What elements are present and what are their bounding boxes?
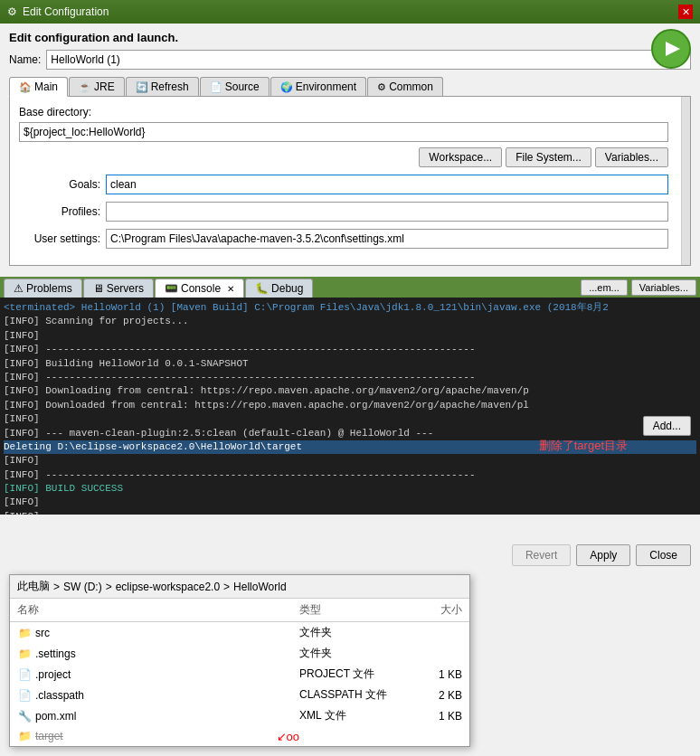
goals-label: Goals: bbox=[19, 178, 100, 191]
file-type: 文件夹 bbox=[299, 625, 408, 640]
base-dir-label: Base directory: bbox=[19, 106, 668, 118]
tab-servers[interactable]: 🖥 Servers bbox=[83, 279, 154, 298]
console-line: [INFO] bbox=[4, 496, 696, 509]
problems-icon: ⚠ bbox=[14, 282, 24, 295]
bottom-tabs: ⚠ Problems 🖥 Servers 📟 Console ✕ 🐛 Debug… bbox=[0, 277, 700, 298]
console-header-line: <terminated> HelloWorld (1) [Maven Build… bbox=[4, 301, 696, 315]
list-item[interactable]: 📄 .project PROJECT 文件 1 KB bbox=[10, 664, 469, 685]
base-dir-input[interactable] bbox=[19, 122, 668, 142]
tab-source[interactable]: 📄 Source bbox=[200, 77, 270, 96]
workspace-button[interactable]: Workspace... bbox=[419, 147, 502, 167]
list-item[interactable]: 📁 target ↙oo bbox=[10, 726, 469, 746]
col-type-header: 类型 bbox=[299, 602, 408, 618]
maven-icon: 🔧 bbox=[17, 709, 32, 723]
breadcrumb-eclipse: eclipse-workspace2.0 bbox=[116, 581, 220, 593]
name-input[interactable] bbox=[46, 50, 691, 70]
file-system-button[interactable]: File System... bbox=[506, 147, 591, 167]
profiles-row: Profiles: bbox=[19, 202, 668, 222]
user-settings-label: User settings: bbox=[19, 232, 100, 245]
file-name: .settings bbox=[35, 647, 299, 660]
servers-icon: 🖥 bbox=[93, 282, 104, 295]
file-icon: 📄 bbox=[17, 667, 32, 682]
file-name: pom.xml bbox=[35, 710, 299, 723]
file-size: 2 KB bbox=[408, 689, 462, 702]
tab-source-label: Source bbox=[225, 80, 260, 93]
console-line: [INFO] Downloaded from central: https://… bbox=[4, 399, 696, 412]
run-button[interactable] bbox=[651, 29, 691, 69]
tab-common-label: Common bbox=[389, 80, 433, 93]
delete-annotation: ↙oo bbox=[277, 730, 299, 743]
refresh-tab-icon: 🔄 bbox=[136, 81, 148, 93]
tab-main[interactable]: 🏠 Main bbox=[9, 77, 68, 97]
close-button[interactable]: Close bbox=[636, 544, 691, 566]
console-line: [INFO] bbox=[4, 329, 696, 343]
dialog-icon: ⚙ bbox=[7, 5, 17, 18]
file-name-deleted: target bbox=[35, 730, 273, 742]
base-dir-buttons: Workspace... File System... Variables... bbox=[19, 147, 668, 167]
tab-environment[interactable]: 🌍 Environment bbox=[270, 77, 366, 96]
tab-jre[interactable]: ☕ JRE bbox=[69, 77, 125, 96]
folder-icon: 📁 bbox=[17, 626, 32, 640]
user-settings-input[interactable] bbox=[106, 229, 668, 249]
console-output: <terminated> HelloWorld (1) [Maven Build… bbox=[0, 298, 700, 515]
breadcrumb-helloworld: HelloWorld bbox=[233, 581, 286, 593]
breadcrumb-sw: SW (D:) bbox=[63, 581, 102, 593]
console-section: ⚠ Problems 🖥 Servers 📟 Console ✕ 🐛 Debug… bbox=[0, 277, 700, 515]
tab-common[interactable]: ⚙ Common bbox=[367, 77, 443, 96]
console-close-icon[interactable]: ✕ bbox=[227, 284, 234, 294]
console-line: [INFO] bbox=[4, 454, 696, 468]
console-action-buttons: ...em... Variables... bbox=[581, 279, 696, 298]
tab-problems[interactable]: ⚠ Problems bbox=[4, 279, 82, 298]
revert-button[interactable]: Revert bbox=[512, 544, 571, 566]
console-line: [INFO] ---------------------------------… bbox=[4, 343, 696, 356]
debug-icon: 🐛 bbox=[255, 282, 269, 295]
console-success-line: [INFO] BUILD SUCCESS bbox=[4, 482, 696, 496]
tab-console[interactable]: 📟 Console ✕ bbox=[155, 279, 244, 298]
profiles-input[interactable] bbox=[106, 202, 668, 222]
name-row: Name: bbox=[9, 50, 691, 70]
folder-icon: 📁 bbox=[17, 647, 32, 661]
file-type: XML 文件 bbox=[299, 708, 408, 723]
dialog-body: Edit configuration and launch. Name: 🏠 M… bbox=[0, 24, 700, 273]
file-explorer: 此电脑 > SW (D:) > eclipse-workspace2.0 > H… bbox=[9, 574, 470, 747]
file-name: .project bbox=[35, 668, 299, 681]
play-icon bbox=[666, 42, 680, 56]
close-window-button[interactable]: ✕ bbox=[678, 5, 693, 19]
col-name-header: 名称 bbox=[17, 602, 299, 618]
variables-btn-right2[interactable]: Variables... bbox=[631, 279, 696, 296]
tab-refresh[interactable]: 🔄 Refresh bbox=[126, 77, 199, 96]
console-line: [INFO] ---------------------------------… bbox=[4, 371, 696, 384]
tab-main-label: Main bbox=[34, 80, 58, 93]
annotation-text: 删除了target目录 bbox=[539, 438, 628, 454]
file-type: CLASSPATH 文件 bbox=[299, 687, 408, 703]
title-bar: ⚙ Edit Configuration ✕ bbox=[0, 0, 700, 24]
add-button[interactable]: Add... bbox=[643, 416, 691, 436]
tab-debug[interactable]: 🐛 Debug bbox=[245, 279, 313, 298]
list-item[interactable]: 📄 .classpath CLASSPATH 文件 2 KB bbox=[10, 685, 469, 705]
profiles-label: Profiles: bbox=[19, 205, 100, 218]
list-item[interactable]: 🔧 pom.xml XML 文件 1 KB bbox=[10, 705, 469, 726]
console-line: [INFO] ---------------------------------… bbox=[4, 468, 696, 482]
tabs-container: 🏠 Main ☕ JRE 🔄 Refresh 📄 Source 🌍 Enviro… bbox=[9, 77, 691, 97]
console-line: [INFO] Scanning for projects... bbox=[4, 315, 696, 328]
variables-btn-right[interactable]: ...em... bbox=[581, 279, 628, 296]
name-label: Name: bbox=[9, 53, 41, 66]
breadcrumb: 此电脑 > SW (D:) > eclipse-workspace2.0 > H… bbox=[10, 575, 469, 599]
explorer-header: 名称 类型 大小 bbox=[10, 599, 469, 622]
variables-button[interactable]: Variables... bbox=[595, 147, 668, 167]
title-bar-text: Edit Configuration bbox=[23, 5, 109, 18]
tab-problems-label: Problems bbox=[26, 282, 72, 295]
goals-row: Goals: bbox=[19, 175, 668, 194]
panel-scrollbar[interactable] bbox=[681, 97, 690, 265]
console-line: [INFO] bbox=[4, 412, 696, 426]
apply-button[interactable]: Apply bbox=[576, 544, 630, 566]
tab-debug-label: Debug bbox=[271, 282, 303, 295]
goals-input[interactable] bbox=[106, 175, 668, 194]
tab-environment-label: Environment bbox=[296, 80, 356, 93]
list-item[interactable]: 📁 src 文件夹 bbox=[10, 622, 469, 643]
file-size: 1 KB bbox=[408, 668, 462, 681]
source-tab-icon: 📄 bbox=[210, 81, 222, 93]
tab-console-label: Console bbox=[181, 282, 221, 295]
list-item[interactable]: 📁 .settings 文件夹 bbox=[10, 643, 469, 664]
breadcrumb-pc: 此电脑 bbox=[17, 579, 50, 594]
